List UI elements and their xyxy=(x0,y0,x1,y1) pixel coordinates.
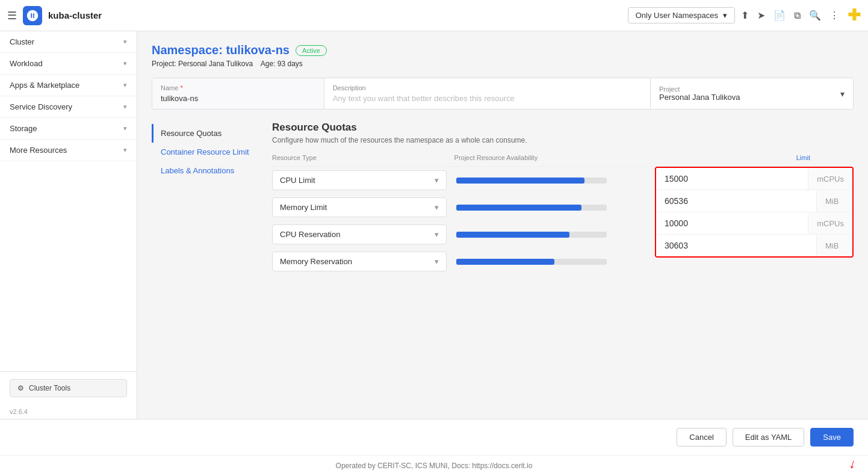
content-area: Namespace: tulikova-ns Active Project: P… xyxy=(137,31,868,419)
cpu-reservation-unit: mCPUs xyxy=(808,213,852,234)
cpu-reservation-dropdown[interactable]: CPU Reservation ▾ xyxy=(272,224,447,244)
cancel-button[interactable]: Cancel xyxy=(677,428,726,447)
page-header: Namespace: tulikova-ns Active Project: P… xyxy=(152,43,854,68)
memory-reservation-dropdown[interactable]: Memory Reservation ▾ xyxy=(272,252,447,271)
save-button[interactable]: Save xyxy=(810,428,854,447)
cpu-limit-dropdown[interactable]: CPU Limit ▾ xyxy=(272,170,447,190)
status-badge: Active xyxy=(296,45,327,56)
limit-row-mem-res: MiB xyxy=(656,235,852,256)
cpu-reservation-input[interactable] xyxy=(656,212,808,234)
limit-row-memory: MiB xyxy=(656,190,852,212)
row-memory-limit: Memory Limit ▾ xyxy=(272,194,645,221)
main-layout: Cluster ▾ Workload ▾ Apps & Marketplace … xyxy=(0,31,868,419)
more-icon[interactable]: ⋮ xyxy=(829,10,839,21)
memory-limit-input[interactable] xyxy=(656,190,816,212)
chevron-down-icon-project: ▾ xyxy=(840,89,845,99)
edit-yaml-button[interactable]: Edit as YAML xyxy=(733,428,805,447)
namespace-selector[interactable]: Only User Namespaces ▾ xyxy=(628,7,735,23)
sidebar-item-cluster[interactable]: Cluster ▾ xyxy=(0,31,137,53)
window-icon[interactable]: ⧉ xyxy=(794,10,801,21)
col-availability: Project Resource Availability xyxy=(454,154,796,167)
chevron-icon-apps: ▾ xyxy=(123,81,127,89)
form-content: Resource Quotas Configure how much of th… xyxy=(260,122,854,275)
chevron-icon-cluster: ▾ xyxy=(123,38,127,46)
hamburger-icon[interactable]: ☰ xyxy=(7,9,17,22)
project-value: Personal Jana Tulikova xyxy=(178,60,253,68)
sidebar-label-service: Service Discovery xyxy=(10,102,72,111)
memory-reservation-label: Memory Reservation xyxy=(280,257,352,266)
sidebar-label-cluster: Cluster xyxy=(10,37,34,46)
name-field[interactable]: Name * tulikova-ns xyxy=(152,78,324,109)
form-nav: Resource Quotas Container Resource Limit… xyxy=(152,122,260,275)
description-field[interactable]: Description Any text you want that bette… xyxy=(324,78,651,109)
file-icon[interactable]: 📄 xyxy=(773,10,786,21)
app-name: kuba-cluster xyxy=(48,10,102,20)
sidebar-item-more-resources[interactable]: More Resources ▾ xyxy=(0,140,137,161)
cpu-limit-input[interactable] xyxy=(656,168,808,190)
cpu-reservation-progress-bg xyxy=(456,232,607,238)
chevron-down-icon: ▾ xyxy=(723,11,727,20)
row-memory-reservation: Memory Reservation ▾ xyxy=(272,248,645,275)
cpu-reservation-label: CPU Reservation xyxy=(280,230,340,239)
namespace-prefix: Namespace: xyxy=(152,43,223,57)
name-value: tulikova-ns xyxy=(161,94,315,103)
sidebar-label-storage: Storage xyxy=(10,124,37,133)
nav-item-labels-annotations[interactable]: Labels & Annotations xyxy=(152,161,260,180)
row-cpu-reservation: CPU Reservation ▾ xyxy=(272,221,645,248)
sidebar-item-storage[interactable]: Storage ▾ xyxy=(0,118,137,140)
required-star: * xyxy=(180,84,182,91)
memory-reservation-input[interactable] xyxy=(656,235,816,256)
top-header: ☰ kuba-cluster Only User Namespaces ▾ ⬆ … xyxy=(0,0,868,31)
memory-limit-label: Memory Limit xyxy=(280,203,327,212)
project-content: Project Personal Jana Tulikova xyxy=(659,85,740,102)
description-placeholder: Any text you want that better describes … xyxy=(333,94,642,103)
form-body: Resource Quotas Container Resource Limit… xyxy=(152,122,854,275)
sidebar: Cluster ▾ Workload ▾ Apps & Marketplace … xyxy=(0,31,137,419)
limit-section: mCPUs MiB mCPUs MiB xyxy=(655,167,854,258)
project-field[interactable]: Project Personal Jana Tulikova ▾ xyxy=(651,78,853,109)
project-label: Project: xyxy=(152,60,176,68)
section-title: Resource Quotas xyxy=(272,122,854,134)
chevron-icon-service: ▾ xyxy=(123,103,127,111)
header-icons: ⬆ ➤ 📄 ⧉ 🔍 ⋮ ✚ xyxy=(741,6,861,25)
namespace-selector-label: Only User Namespaces xyxy=(636,11,718,20)
namespace-title: Namespace: tulikova-ns Active xyxy=(152,43,854,57)
upload-icon[interactable]: ⬆ xyxy=(741,10,749,21)
sidebar-item-workload[interactable]: Workload ▾ xyxy=(0,53,137,75)
limit-row-cpu-res: mCPUs xyxy=(656,212,852,235)
sidebar-label-apps: Apps & Marketplace xyxy=(10,81,79,90)
namespace-name: tulikova-ns xyxy=(226,43,290,57)
version-label: v2.6.4 xyxy=(0,404,137,419)
cluster-tools-button[interactable]: ⚙ Cluster Tools xyxy=(10,379,127,397)
namespace-meta: Project: Personal Jana Tulikova Age: 93 … xyxy=(152,60,854,68)
project-label-field: Project xyxy=(659,85,740,93)
sidebar-item-service-discovery[interactable]: Service Discovery ▾ xyxy=(0,96,137,118)
search-icon[interactable]: 🔍 xyxy=(809,10,821,21)
plus-icon[interactable]: ✚ xyxy=(848,6,861,25)
nav-item-resource-quotas[interactable]: Resource Quotas xyxy=(152,124,260,143)
chevron-down-cpu: ▾ xyxy=(435,176,439,185)
gear-icon: ⚙ xyxy=(17,384,24,392)
description-label: Description xyxy=(333,84,642,91)
cpu-limit-unit: mCPUs xyxy=(808,168,852,190)
sidebar-item-apps-marketplace[interactable]: Apps & Marketplace ▾ xyxy=(0,75,137,96)
chevron-icon-storage: ▾ xyxy=(123,125,127,132)
cluster-tools-label: Cluster Tools xyxy=(29,384,70,392)
memory-limit-progress-fill xyxy=(456,205,581,211)
project-value-field: Personal Jana Tulikova xyxy=(659,93,740,102)
memory-limit-dropdown[interactable]: Memory Limit ▾ xyxy=(272,197,447,217)
terminal-icon[interactable]: ➤ xyxy=(757,10,765,21)
row-cpu-limit: CPU Limit ▾ xyxy=(272,167,645,194)
chevron-icon-more: ▾ xyxy=(123,146,127,154)
col-limit: Limit xyxy=(796,154,854,167)
col-resource-type: Resource Type xyxy=(272,154,454,167)
name-label: Name * xyxy=(161,84,315,91)
nav-item-container-resource-limit[interactable]: Container Resource Limit xyxy=(152,143,260,161)
memory-reservation-progress-fill xyxy=(456,259,554,265)
cpu-limit-progress-fill xyxy=(456,178,584,184)
memory-reservation-progress-bg xyxy=(456,259,607,265)
footer: Operated by CERIT-SC, ICS MUNI, Docs: ht… xyxy=(0,455,868,476)
chevron-down-mem-res: ▾ xyxy=(435,257,439,266)
form-row: Name * tulikova-ns Description Any text … xyxy=(152,78,854,110)
sidebar-label-workload: Workload xyxy=(10,59,43,68)
